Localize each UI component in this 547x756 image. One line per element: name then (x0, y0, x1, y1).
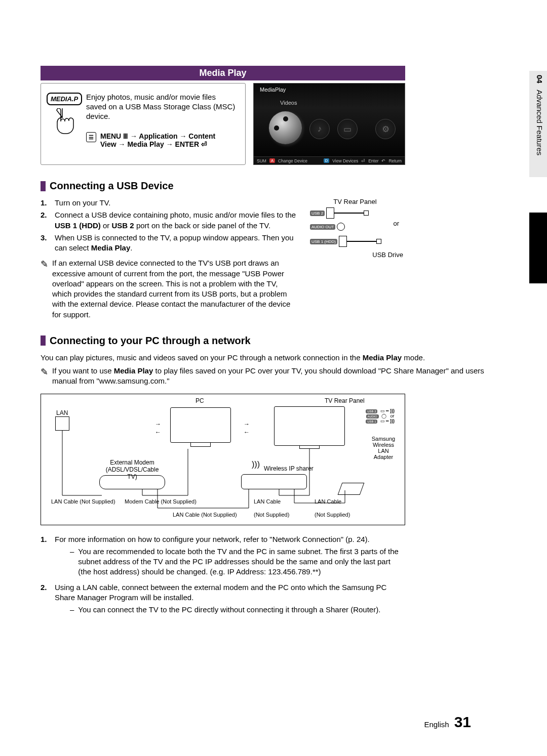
return-label: Return (388, 158, 402, 163)
menu-button-icon: ☰ (86, 132, 96, 142)
or-label: or (393, 220, 399, 227)
usb-cable (347, 241, 377, 242)
network-note: ✎ If you want to use Media Play to play … (41, 366, 506, 387)
music-icon: ♪ (309, 119, 330, 139)
note-icon: ✎ (41, 366, 48, 387)
screenshot-videos-tab: Videos (280, 100, 297, 106)
page-number: 31 (454, 713, 471, 731)
menu-path-line1: MENU Ⅲ → Application → Content (100, 132, 215, 140)
enter-label: Enter (368, 158, 378, 163)
net-sub-1a: You are recommended to locate both the T… (78, 547, 405, 577)
wiring-lines (41, 394, 406, 526)
tv-screenshot: MediaPlay Videos ♪ ▭ ⚙ SUM A Change Devi… (253, 83, 405, 165)
rear-panel-title: TV Rear Panel (307, 198, 403, 205)
usb1-port-label: USB 1 (HDD) (310, 239, 337, 244)
network-steps-list: 1. For more information on how to config… (41, 534, 405, 615)
settings-icon: ⚙ (375, 119, 396, 139)
d-badge: D (324, 158, 329, 163)
list-item: 1.Turn on your TV. (41, 198, 299, 208)
sidebar-black-strip (529, 213, 547, 283)
footer-language: English (424, 720, 449, 729)
chapter-title: Advanced Features (535, 90, 544, 155)
a-badge: A (269, 158, 275, 163)
usb-note-text: If an external USB device connected to t… (52, 258, 299, 320)
usb-heading-text: Connecting a USB Device (50, 180, 174, 192)
audio-out-label: AUDIO OUT (310, 224, 335, 230)
net-sub-2a: You can connect the TV to the PC directl… (78, 605, 380, 615)
intro-text: Enjoy photos, music and/or movie files s… (86, 93, 238, 154)
view-devices-label: View Devices (332, 158, 358, 163)
network-paragraph: You can play pictures, music and videos … (41, 353, 506, 363)
usb-section-heading: Connecting a USB Device (41, 180, 506, 192)
usb2-port-label: USB 2 (310, 211, 325, 216)
section-title-bar: Media Play (41, 66, 405, 80)
sum-label: SUM (257, 158, 266, 163)
usb-note: ✎ If an external USB device connected to… (41, 258, 299, 320)
list-item: 3.When USB is connected to the TV, a pop… (41, 233, 299, 254)
network-heading-text: Connecting to your PC through a network (50, 335, 251, 347)
return-icon: ↶ (381, 158, 385, 163)
change-device-label: Change Device (278, 158, 307, 163)
usb-cable (334, 213, 365, 214)
page-footer: English 31 (424, 713, 471, 731)
media-p-label: MEDIA.P (47, 93, 82, 105)
note-icon: ✎ (41, 258, 48, 320)
step-2-text: Connect a USB device containing photo, m… (55, 210, 299, 231)
list-item: 2. Using a LAN cable, connect between th… (41, 582, 405, 615)
chapter-tab: 04 Advanced Features (529, 71, 547, 177)
usb-plug-icon (364, 211, 369, 216)
remote-button-illustration: MEDIA.P (49, 93, 80, 154)
usb-plug-icon (376, 239, 381, 244)
enter-icon: ⏎ (361, 158, 365, 163)
usb-drive-label: USB Drive (372, 251, 403, 259)
page-content: Media Play MEDIA.P Enjoy photos, music a… (41, 0, 506, 615)
sub-bullet: –You are recommended to locate both the … (70, 547, 405, 577)
hand-pointer-icon (53, 108, 75, 135)
net-step-2: Using a LAN cable, connect between the e… (55, 583, 386, 602)
usb1-jack (339, 236, 347, 247)
network-diagram: PC TV Rear Panel LAN USB 2 ▭ ━ ))) AUDIO… (41, 394, 405, 525)
step-1-text: Turn on your TV. (55, 198, 110, 208)
heading-accent-bar (41, 181, 46, 191)
step-3-text: When USB is connected to the TV, a popup… (55, 233, 299, 254)
intro-box: MEDIA.P Enjoy photos, music and/or movie… (41, 83, 246, 165)
list-item: 2.Connect a USB device containing photo,… (41, 210, 299, 231)
photos-icon: ▭ (337, 119, 358, 139)
net-step-1: For more information on how to configure… (55, 535, 370, 543)
screenshot-title: MediaPlay (260, 87, 286, 93)
audio-jack (337, 223, 345, 231)
rear-panel-diagram: TV Rear Panel USB 2 AUDIO OUT or USB 1 (… (307, 198, 403, 320)
intro-description: Enjoy photos, music and/or movie files s… (86, 93, 238, 121)
network-note-text: If you want to use Media Play to play fi… (52, 366, 506, 387)
screenshot-bottom-bar: SUM A Change Device D View Devices ⏎ Ent… (254, 156, 405, 164)
usb-steps-list: 1.Turn on your TV. 2.Connect a USB devic… (41, 198, 299, 253)
sub-bullet: –You can connect the TV to the PC direct… (70, 605, 405, 615)
menu-path-line2: View → Media Play → ENTER ⏎ (100, 140, 215, 148)
film-reel-icon (269, 111, 302, 144)
chapter-number: 04 (535, 75, 544, 83)
list-item: 1. For more information on how to config… (41, 534, 405, 577)
heading-accent-bar (41, 335, 46, 346)
usb2-jack (326, 207, 334, 219)
network-section-heading: Connecting to your PC through a network (41, 335, 506, 347)
